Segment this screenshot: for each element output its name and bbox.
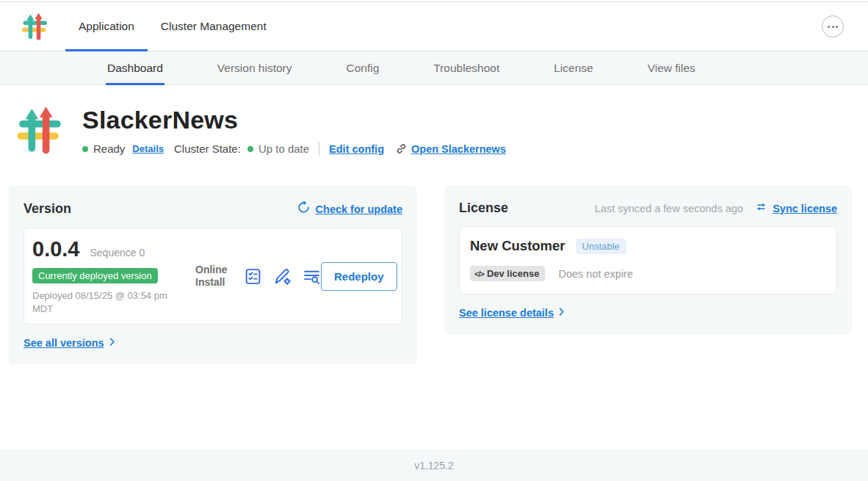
- ellipsis-icon: [828, 26, 830, 28]
- vertical-divider: [319, 142, 319, 156]
- expiration-text: Does not expire: [558, 268, 633, 280]
- version-actions: [244, 267, 321, 286]
- customer-name: New Customer: [470, 238, 565, 254]
- top-tabs: Application Cluster Management: [65, 2, 280, 51]
- license-type-label: Dev license: [487, 268, 540, 279]
- license-card-title: License: [459, 200, 508, 216]
- version-card-title: Version: [23, 201, 71, 217]
- license-type-badge: </> Dev license: [470, 266, 545, 281]
- license-card: License Last synced a few seconds ago Sy…: [444, 186, 852, 334]
- dashboard-cards: Version Check for update 0.0.4 Sequence …: [0, 159, 868, 364]
- deployed-status-badge: Currently deployed version: [32, 268, 158, 283]
- install-meta: Online Install: [195, 264, 321, 289]
- code-icon: </>: [474, 270, 484, 278]
- tab-config[interactable]: Config: [347, 51, 380, 84]
- deployed-timestamp: Deployed 08/15/25 @ 03:54 pm MDT: [32, 289, 188, 315]
- last-synced-text: Last synced a few seconds ago: [595, 203, 743, 214]
- cluster-state-dot: [247, 146, 253, 152]
- ready-status-text: Ready: [93, 142, 125, 155]
- tab-cluster-management[interactable]: Cluster Management: [148, 2, 280, 51]
- cluster-state-label: Cluster State:: [174, 142, 241, 155]
- check-update-group: Check for update: [297, 200, 402, 217]
- external-link-icon: [395, 142, 408, 155]
- see-license-details-link[interactable]: See license details: [459, 306, 567, 319]
- license-card-header: License Last synced a few seconds ago Sy…: [459, 200, 837, 216]
- see-license-details-label: See license details: [459, 307, 554, 319]
- refresh-icon: [297, 200, 311, 217]
- edit-config-icon[interactable]: [273, 267, 292, 286]
- sub-nav: Dashboard Version history Config Trouble…: [0, 51, 868, 85]
- redeploy-button[interactable]: Redeploy: [321, 262, 397, 291]
- version-number-row: 0.0.4 Sequence 0: [32, 237, 195, 261]
- tab-view-files[interactable]: View files: [648, 51, 695, 84]
- sync-license-link[interactable]: Sync license: [773, 203, 837, 214]
- tab-troubleshoot[interactable]: Troubleshoot: [433, 51, 499, 84]
- ready-status-dot: [82, 146, 88, 152]
- top-nav: Application Cluster Management: [0, 2, 868, 51]
- edit-config-link[interactable]: Edit config: [329, 143, 384, 155]
- chevron-right-icon: [106, 336, 117, 350]
- page-title: SlackerNews: [82, 106, 506, 134]
- app-logo-large: [15, 101, 63, 159]
- version-info: 0.0.4 Sequence 0 Currently deployed vers…: [32, 237, 195, 315]
- tab-dashboard[interactable]: Dashboard: [107, 51, 163, 84]
- details-link[interactable]: Details: [132, 143, 164, 154]
- customer-row: New Customer Unstable: [470, 238, 826, 254]
- footer: v1.125.2: [0, 449, 868, 481]
- tab-version-history[interactable]: Version history: [217, 51, 292, 84]
- cluster-state-value: Up to date: [258, 142, 309, 155]
- app-logo-icon: [21, 12, 48, 40]
- channel-badge: Unstable: [576, 239, 626, 254]
- license-type-row: </> Dev license Does not expire: [470, 266, 826, 281]
- current-version-box: 0.0.4 Sequence 0 Currently deployed vers…: [23, 228, 402, 325]
- version-card-header: Version Check for update: [23, 200, 402, 217]
- sequence-label: Sequence 0: [90, 247, 145, 258]
- version-number: 0.0.4: [32, 237, 80, 261]
- see-all-versions-label: See all versions: [23, 337, 104, 349]
- open-app-link[interactable]: Open Slackernews: [411, 143, 506, 155]
- version-card: Version Check for update 0.0.4 Sequence …: [9, 186, 417, 364]
- deploy-logs-icon[interactable]: [303, 267, 321, 286]
- sync-license-group: Last synced a few seconds ago Sync licen…: [595, 200, 837, 216]
- chevron-right-icon: [556, 306, 567, 319]
- tab-application[interactable]: Application: [65, 2, 148, 51]
- tab-license[interactable]: License: [554, 51, 593, 84]
- app-head-text: SlackerNews Ready Details Cluster State:…: [82, 101, 506, 156]
- see-all-versions-link[interactable]: See all versions: [23, 336, 117, 350]
- app-header: SlackerNews Ready Details Cluster State:…: [0, 85, 868, 159]
- console-version: v1.125.2: [414, 460, 454, 471]
- sync-icon: [755, 200, 767, 216]
- install-type-label: Online Install: [195, 264, 232, 289]
- check-for-update-link[interactable]: Check for update: [316, 203, 402, 215]
- status-row: Ready Details Cluster State: Up to date …: [82, 142, 506, 156]
- preflight-checks-icon[interactable]: [244, 267, 262, 286]
- overflow-menu-button[interactable]: [822, 15, 844, 37]
- license-info-box: New Customer Unstable </> Dev license Do…: [459, 226, 837, 294]
